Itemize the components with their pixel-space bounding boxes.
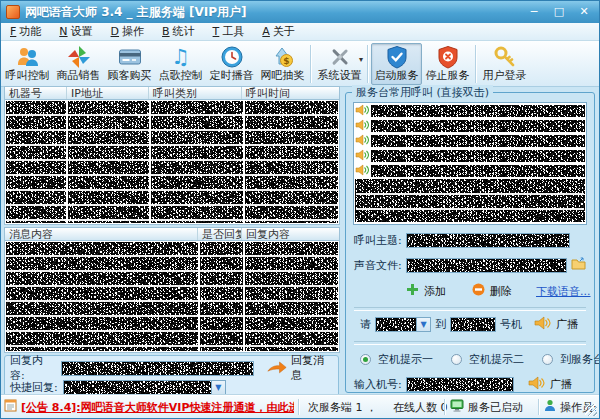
range-prefix-label: 请 [360, 317, 371, 332]
menu-about[interactable]: A关于 [253, 24, 304, 39]
dropdown-caret-icon[interactable]: ▾ [359, 55, 363, 64]
announcement-link[interactable]: [公告 8.4]:网吧语音大师软件VIP快速注册通道，由此进入! [21, 400, 294, 415]
speaker-icon [355, 134, 369, 149]
radio-empty-prompt-2[interactable] [451, 354, 462, 365]
censored-list-text [371, 120, 585, 132]
call-table-header: 机器号 IP地址 呼叫类别 呼叫时间 [4, 86, 340, 100]
column-replied[interactable]: 是否回复 [198, 228, 242, 240]
common-call-list[interactable] [353, 102, 587, 225]
censored-cell-column [245, 101, 338, 223]
chevron-down-icon[interactable]: ▼ [416, 318, 430, 331]
maximize-button[interactable]: □ [549, 3, 569, 21]
notice-icon [4, 399, 17, 415]
speaker-icon [355, 104, 369, 119]
menu-settings[interactable]: N设置 [50, 24, 101, 39]
speaker-icon [534, 316, 551, 333]
reply-message-button[interactable]: 回复消息 [267, 353, 333, 383]
menu-bar: F功能 N设置 D操作 B统计 T工具 A关于 [1, 23, 599, 41]
column-ip[interactable]: IP地址 [67, 87, 149, 99]
reply-arrow-icon [267, 360, 287, 377]
title-bar[interactable]: 网吧语音大师 3.4 _ 主服务端 [VIP用户] ─ □ ✕ [1, 1, 599, 23]
goods-sale-button[interactable]: 商品销售 [53, 43, 104, 85]
menu-operate[interactable]: D操作 [102, 24, 153, 39]
pinwheel-icon [67, 45, 91, 69]
minimize-button[interactable]: ─ [524, 3, 544, 21]
censored-list-text [371, 165, 585, 177]
censored-cell-column [68, 101, 149, 223]
call-table-body[interactable] [4, 100, 340, 225]
system-settings-button[interactable]: ▾ 系统设置 [314, 43, 365, 85]
chevron-down-icon[interactable]: ▼ [211, 381, 225, 394]
machine-no-input[interactable] [406, 377, 514, 392]
column-call-type[interactable]: 呼叫类别 [149, 87, 242, 99]
menu-function[interactable]: F功能 [1, 24, 50, 39]
censored-list-text [371, 105, 585, 117]
coin-arrow-icon: $ [271, 45, 295, 69]
speaker-icon [355, 119, 369, 134]
prompt-radio-row: 空机提示一 空机提示二 到服务台 [360, 352, 586, 367]
radio-empty-prompt-1[interactable] [360, 354, 371, 365]
stop-service-button[interactable]: 停止服务 [422, 43, 473, 85]
announcement-section: [公告 8.4]:网吧语音大师软件VIP快速注册通道，由此进入! [4, 399, 294, 415]
censored-cell-column [6, 101, 66, 223]
radio-to-service-desk[interactable] [542, 354, 553, 365]
list-item[interactable] [355, 164, 585, 178]
sound-file-input[interactable] [406, 258, 567, 273]
download-voice-link[interactable]: 下载语音... [536, 284, 591, 299]
machine-no-label: 输入机号: [354, 377, 402, 392]
range-end-input[interactable] [450, 317, 496, 332]
status-separator [444, 399, 446, 415]
machine-broadcast-button[interactable]: 广播 [528, 376, 572, 393]
operator-icon [544, 399, 556, 415]
service-status-text: 服务已启动 [468, 400, 523, 415]
censored-cell-column [6, 242, 198, 351]
status-bar: [公告 8.4]:网吧语音大师软件VIP快速注册通道，由此进入! 次服务端 1 … [1, 395, 599, 418]
add-call-button[interactable]: 添加 [406, 283, 446, 299]
column-call-time[interactable]: 呼叫时间 [242, 87, 339, 99]
list-item[interactable] [355, 119, 585, 133]
censored-cell-column [245, 242, 338, 351]
call-subject-label: 呼叫主题: [354, 233, 402, 248]
shield-check-icon [385, 45, 409, 69]
list-item[interactable] [355, 104, 585, 118]
customer-buy-button[interactable]: 顾客购买 [104, 43, 155, 85]
status-separator [298, 399, 300, 415]
svg-text:$: $ [283, 56, 289, 66]
range-start-combobox[interactable]: ▼ [375, 317, 431, 332]
column-machine-no[interactable]: 机器号 [5, 87, 67, 99]
broadcast-range-row: 请 ▼ 到 号机 广播 [360, 316, 586, 333]
reply-panel: 回复内容: 回复消息 快捷回复: ▼ [4, 355, 339, 397]
list-item[interactable] [355, 149, 585, 163]
resize-grip[interactable] [585, 404, 597, 416]
menu-tools[interactable]: T工具 [204, 24, 254, 39]
message-table-body[interactable] [4, 241, 340, 353]
toolbar-separator [475, 45, 477, 83]
speaker-icon [355, 149, 369, 164]
column-reply-content[interactable]: 回复内容 [242, 228, 339, 240]
list-item[interactable] [355, 134, 585, 148]
start-service-button[interactable]: 启动服务 [371, 43, 422, 85]
song-control-button[interactable]: ♫ 点歌控制 [155, 43, 206, 85]
reply-content-input[interactable] [61, 361, 254, 376]
machine-no-row: 输入机号: 广播 [354, 376, 586, 393]
close-button[interactable]: ✕ [574, 3, 594, 21]
reply-content-label: 回复内容: [10, 353, 56, 383]
menu-statistics[interactable]: B统计 [153, 24, 204, 39]
open-file-icon[interactable] [571, 257, 586, 273]
timed-broadcast-button[interactable]: 定时播音 [206, 43, 257, 85]
monitor-icon [450, 399, 464, 415]
call-subject-input[interactable] [406, 233, 570, 248]
call-subject-row: 呼叫主题: [354, 233, 586, 248]
groupbox-title: 服务台常用呼叫 (直接双击) [352, 85, 493, 100]
app-icon [6, 5, 20, 19]
range-broadcast-button[interactable]: 广播 [534, 316, 578, 333]
censored-cell-column [200, 242, 243, 351]
quick-reply-combobox[interactable]: ▼ [63, 380, 226, 395]
lottery-button[interactable]: $ 网吧抽奖 [257, 43, 308, 85]
censored-list-text [371, 135, 585, 147]
range-to-label: 到 [435, 317, 446, 332]
call-control-button[interactable]: 呼叫控制 [2, 43, 53, 85]
column-message[interactable]: 消息内容 [5, 228, 198, 240]
user-login-button[interactable]: 用户登录 [479, 43, 530, 85]
delete-call-button[interactable]: 删除 [472, 283, 512, 299]
